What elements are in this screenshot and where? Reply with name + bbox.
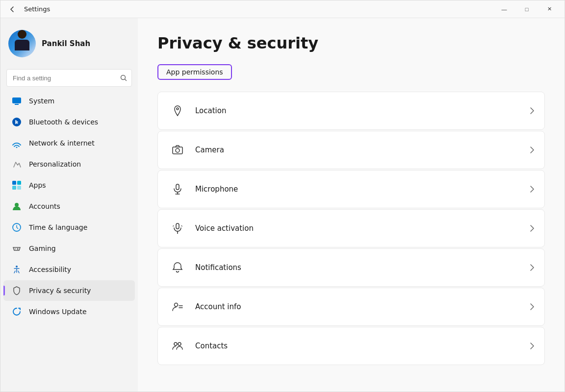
apps-icon bbox=[11, 180, 22, 191]
svg-rect-16 bbox=[176, 184, 179, 190]
notifications-label: Notifications bbox=[195, 263, 530, 272]
sidebar-item-personalization-label: Personalization bbox=[29, 160, 81, 168]
network-icon bbox=[11, 138, 22, 148]
voice-chevron bbox=[530, 224, 535, 232]
svg-point-4 bbox=[16, 147, 18, 148]
content-area: Privacy & security App permissions Locat… bbox=[138, 18, 565, 392]
sidebar-item-apps[interactable]: Apps bbox=[3, 175, 135, 196]
svg-rect-14 bbox=[173, 147, 182, 154]
svg-point-15 bbox=[176, 148, 180, 152]
avatar-head bbox=[18, 30, 26, 39]
avatar-body bbox=[15, 40, 29, 50]
contacts-item[interactable]: Contacts bbox=[157, 327, 545, 365]
search-icon bbox=[120, 74, 127, 81]
svg-point-3 bbox=[12, 118, 21, 126]
location-label: Location bbox=[195, 106, 530, 115]
sidebar-item-accounts[interactable]: Accounts bbox=[3, 196, 135, 217]
location-icon bbox=[168, 101, 187, 121]
window-controls: — □ ✕ bbox=[493, 0, 561, 18]
sidebar-item-gaming-label: Gaming bbox=[29, 245, 56, 252]
notifications-item[interactable]: Notifications bbox=[157, 248, 545, 287]
notifications-chevron bbox=[530, 264, 535, 271]
location-item[interactable]: Location bbox=[157, 92, 545, 130]
account-info-icon bbox=[168, 297, 187, 317]
contacts-label: Contacts bbox=[195, 342, 530, 350]
maximize-button[interactable]: □ bbox=[515, 0, 538, 18]
svg-point-25 bbox=[174, 343, 177, 345]
sidebar-item-accessibility-label: Accessibility bbox=[29, 266, 71, 273]
main-layout: Pankil Shah bbox=[0, 18, 565, 392]
camera-label: Camera bbox=[195, 146, 530, 154]
camera-icon bbox=[168, 140, 187, 160]
settings-window: Settings — □ ✕ Pankil Shah bbox=[0, 0, 565, 392]
user-name: Pankil Shah bbox=[42, 39, 90, 48]
sidebar-item-gaming[interactable]: Gaming bbox=[3, 238, 135, 259]
titlebar: Settings — □ ✕ bbox=[0, 0, 565, 18]
user-profile[interactable]: Pankil Shah bbox=[0, 22, 138, 69]
avatar bbox=[8, 30, 36, 57]
sidebar-item-privacy[interactable]: Privacy & security bbox=[3, 280, 135, 301]
sidebar-item-update-label: Windows Update bbox=[29, 308, 87, 316]
sidebar-item-system-label: System bbox=[29, 97, 54, 105]
svg-rect-7 bbox=[12, 186, 16, 190]
microphone-label: Microphone bbox=[195, 185, 530, 194]
privacy-icon bbox=[11, 285, 22, 296]
svg-point-12 bbox=[16, 266, 18, 268]
camera-item[interactable]: Camera bbox=[157, 131, 545, 169]
time-icon bbox=[11, 222, 22, 233]
svg-point-26 bbox=[178, 343, 181, 345]
account-info-chevron bbox=[530, 303, 535, 311]
svg-point-22 bbox=[175, 303, 178, 307]
svg-rect-19 bbox=[176, 223, 179, 229]
svg-rect-5 bbox=[12, 181, 16, 185]
sidebar-item-time[interactable]: Time & language bbox=[3, 217, 135, 238]
sidebar-item-update[interactable]: Windows Update bbox=[3, 301, 135, 322]
search-input[interactable] bbox=[6, 69, 132, 87]
svg-point-13 bbox=[177, 108, 179, 110]
sidebar-item-bluetooth[interactable]: Bluetooth & devices bbox=[3, 112, 135, 132]
sidebar-item-time-label: Time & language bbox=[29, 223, 87, 231]
gaming-icon bbox=[11, 243, 22, 254]
window-title: Settings bbox=[24, 5, 50, 13]
minimize-button[interactable]: — bbox=[493, 0, 515, 18]
sidebar-item-apps-label: Apps bbox=[29, 181, 46, 189]
sidebar-item-bluetooth-label: Bluetooth & devices bbox=[29, 118, 98, 126]
sidebar: Pankil Shah bbox=[0, 18, 138, 392]
voice-label: Voice activation bbox=[195, 224, 530, 233]
accounts-icon bbox=[11, 201, 22, 212]
bluetooth-icon bbox=[11, 117, 22, 127]
system-icon bbox=[11, 96, 22, 106]
svg-point-21 bbox=[177, 233, 178, 234]
svg-point-11 bbox=[15, 248, 16, 249]
microphone-icon bbox=[168, 179, 187, 199]
microphone-chevron bbox=[530, 185, 535, 193]
page-title: Privacy & security bbox=[157, 34, 545, 52]
personalization-icon bbox=[11, 159, 22, 170]
svg-rect-2 bbox=[15, 104, 19, 105]
close-button[interactable]: ✕ bbox=[538, 0, 561, 18]
sidebar-item-accessibility[interactable]: Accessibility bbox=[3, 259, 135, 280]
sidebar-item-accounts-label: Accounts bbox=[29, 202, 60, 210]
microphone-item[interactable]: Microphone bbox=[157, 170, 545, 208]
account-info-item[interactable]: Account info bbox=[157, 288, 545, 326]
nav-list: System Bluetooth & devices bbox=[0, 91, 138, 322]
sidebar-item-personalization[interactable]: Personalization bbox=[3, 154, 135, 174]
sidebar-item-network[interactable]: Network & internet bbox=[3, 133, 135, 153]
svg-rect-1 bbox=[12, 98, 21, 103]
notifications-icon bbox=[168, 258, 187, 277]
sidebar-item-privacy-label: Privacy & security bbox=[29, 287, 91, 294]
back-button[interactable] bbox=[4, 1, 20, 17]
voice-icon bbox=[168, 219, 187, 238]
account-info-label: Account info bbox=[195, 302, 530, 311]
settings-list: Location bbox=[157, 92, 545, 365]
svg-rect-8 bbox=[17, 186, 21, 190]
voice-item[interactable]: Voice activation bbox=[157, 209, 545, 247]
update-icon bbox=[11, 306, 22, 317]
accessibility-icon bbox=[11, 264, 22, 275]
sidebar-item-system[interactable]: System bbox=[3, 91, 135, 111]
svg-point-9 bbox=[15, 203, 19, 207]
app-permissions-badge: App permissions bbox=[157, 64, 232, 80]
contacts-icon bbox=[168, 336, 187, 356]
svg-rect-6 bbox=[17, 181, 21, 185]
location-chevron bbox=[530, 107, 535, 115]
